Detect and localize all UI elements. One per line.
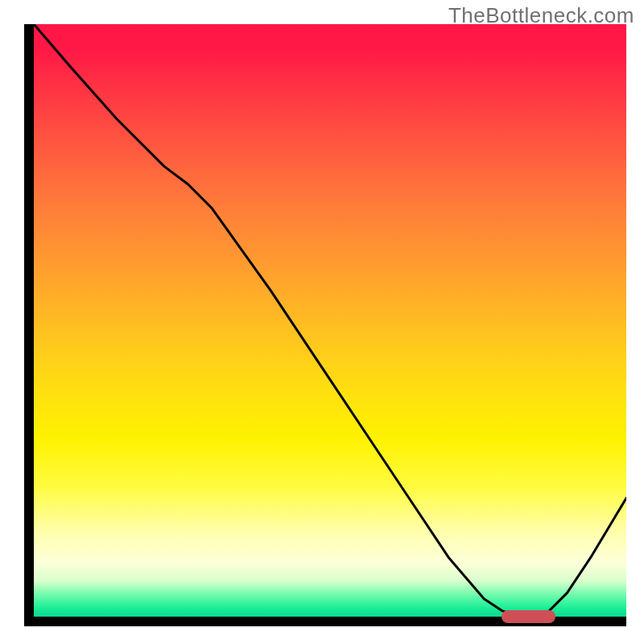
y-axis — [24, 24, 34, 626]
curve-svg — [34, 24, 626, 617]
chart-axes — [24, 24, 626, 626]
optimal-range-marker — [502, 610, 555, 623]
bottleneck-curve-path — [34, 24, 626, 617]
chart-stage: TheBottleneck.com — [0, 0, 644, 644]
